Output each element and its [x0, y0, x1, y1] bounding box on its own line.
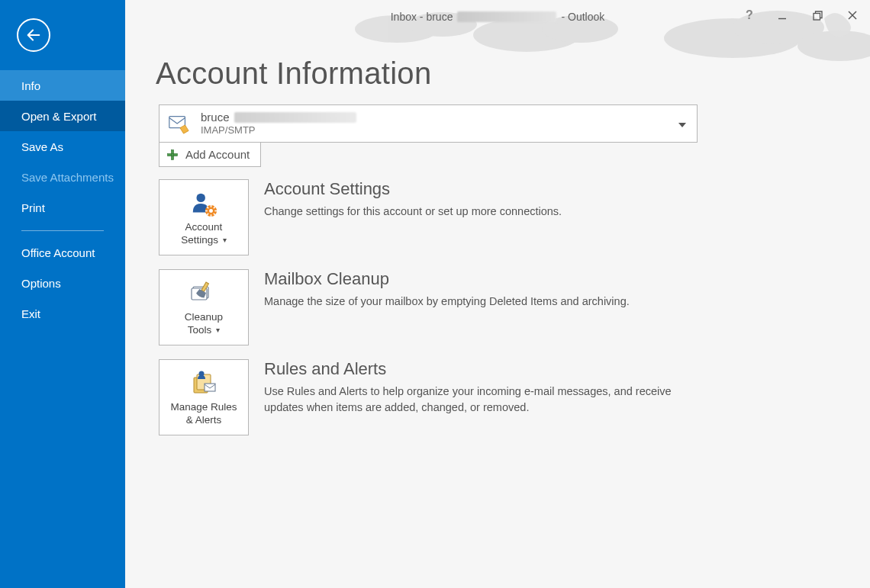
tile-cleanup-tools[interactable]: Cleanup Tools ▾: [159, 269, 249, 345]
restore-icon: [813, 11, 823, 21]
section-mailbox-cleanup: Cleanup Tools ▾ Mailbox Cleanup Manage t…: [159, 269, 836, 345]
window-title-suffix: - Outlook: [561, 11, 604, 23]
sidebar-item-print[interactable]: Print: [0, 192, 125, 223]
section-heading: Mailbox Cleanup: [264, 269, 836, 289]
account-name: bruce: [201, 110, 230, 125]
sidebar-item-label: Open & Export: [21, 110, 96, 123]
section-account-settings: Account Settings ▾ Account Settings Chan…: [159, 179, 836, 255]
window-title-prefix: Inbox - bruce: [391, 11, 453, 23]
window-minimize-button[interactable]: [765, 0, 800, 31]
add-account-button[interactable]: Add Account: [159, 143, 261, 167]
sidebar-item-label: Info: [21, 79, 40, 92]
tile-label-line1: Manage Rules: [170, 401, 237, 413]
account-settings-icon: [189, 189, 218, 218]
plus-icon: [166, 148, 179, 162]
close-icon: [848, 11, 857, 20]
content-area: Inbox - bruce - Outlook ?: [125, 0, 870, 588]
add-account-label: Add Account: [185, 148, 250, 161]
sidebar-item-label: Office Account: [21, 246, 95, 259]
backstage-page: Account Information bruce IMAP/SMTP: [125, 56, 870, 435]
app-root: Info Open & Export Save As Save Attachme…: [0, 0, 870, 588]
svg-marker-13: [678, 123, 686, 127]
section-desc: Use Rules and Alerts to help organize yo…: [264, 384, 684, 416]
section-heading: Account Settings: [264, 179, 836, 199]
window-close-button[interactable]: [835, 0, 870, 31]
tile-label-line2: Settings: [181, 234, 218, 246]
svg-rect-34: [205, 384, 215, 391]
svg-point-18: [197, 194, 205, 202]
redacted-segment: [234, 112, 356, 123]
account-picker[interactable]: bruce IMAP/SMTP: [159, 104, 698, 143]
svg-rect-9: [814, 13, 820, 20]
dropdown-caret-icon: [678, 117, 686, 130]
backstage-sidebar: Info Open & Export Save As Save Attachme…: [0, 0, 125, 588]
chevron-down-icon: ▾: [216, 326, 220, 336]
sidebar-item-save-as[interactable]: Save As: [0, 131, 125, 162]
svg-point-20: [209, 209, 213, 213]
tile-label-line2: & Alerts: [186, 414, 222, 426]
minimize-icon: [778, 11, 787, 20]
tile-label-line1: Account: [185, 221, 223, 233]
sidebar-item-exit[interactable]: Exit: [0, 298, 125, 329]
section-rules-alerts: Manage Rules & Alerts Rules and Alerts U…: [159, 359, 836, 435]
chevron-down-icon: ▾: [223, 236, 227, 246]
back-button[interactable]: [17, 18, 50, 52]
sidebar-item-open-export[interactable]: Open & Export: [0, 101, 125, 131]
window-restore-button[interactable]: [800, 0, 835, 31]
sidebar-divider: [21, 230, 104, 231]
help-button[interactable]: ?: [734, 0, 765, 31]
tile-label-line2: Tools: [188, 324, 212, 336]
tile-label-line1: Cleanup: [185, 311, 223, 323]
sidebar-item-label: Exit: [21, 307, 40, 320]
section-desc: Change settings for this account or set …: [264, 204, 684, 220]
window-titlebar: Inbox - bruce - Outlook ?: [125, 0, 870, 34]
sidebar-item-label: Options: [21, 277, 61, 290]
page-title: Account Information: [156, 56, 836, 91]
back-arrow-icon: [25, 27, 42, 43]
section-desc: Manage the size of your mailbox by empty…: [264, 294, 684, 310]
sidebar-item-label: Save As: [21, 140, 63, 153]
cleanup-tools-icon: [188, 281, 219, 307]
sidebar-item-info[interactable]: Info: [0, 70, 125, 101]
sidebar-item-label: Save Attachments: [21, 171, 114, 184]
sidebar-item-office-account[interactable]: Office Account: [0, 237, 125, 268]
svg-rect-15: [168, 153, 178, 156]
tile-manage-rules[interactable]: Manage Rules & Alerts: [159, 359, 249, 435]
account-envelope-icon: [167, 112, 190, 135]
redacted-segment: [457, 11, 556, 22]
sidebar-item-label: Print: [21, 201, 45, 214]
tile-account-settings[interactable]: Account Settings ▾: [159, 179, 249, 255]
account-type: IMAP/SMTP: [201, 124, 356, 137]
section-heading: Rules and Alerts: [264, 359, 836, 379]
rules-alerts-icon: [188, 370, 220, 397]
sidebar-item-save-attachments: Save Attachments: [0, 162, 125, 192]
sidebar-item-options[interactable]: Options: [0, 268, 125, 298]
account-text: bruce IMAP/SMTP: [201, 110, 356, 137]
